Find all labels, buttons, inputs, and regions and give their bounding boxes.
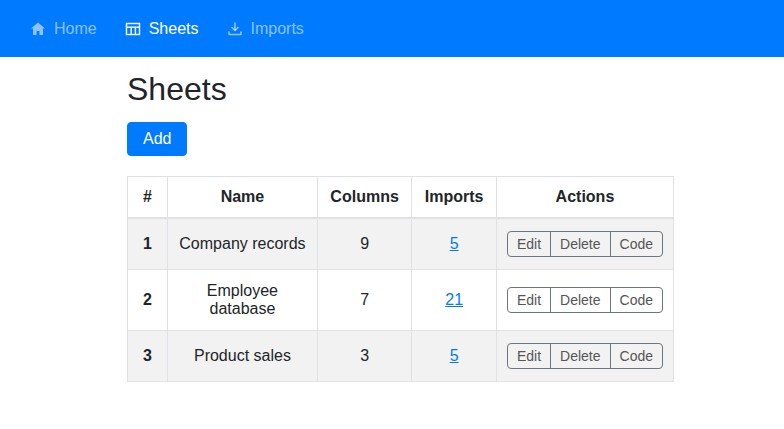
nav-item-label: Sheets — [149, 20, 199, 38]
table-icon — [125, 21, 141, 37]
header-actions: Actions — [496, 177, 673, 219]
row-number: 3 — [128, 331, 168, 382]
sheet-name: Company records — [168, 218, 318, 270]
table-row: 2 Employee database 7 21 Edit Delete Cod… — [128, 270, 674, 331]
download-icon — [227, 21, 243, 37]
header-num: # — [128, 177, 168, 219]
nav-item-label: Home — [54, 20, 97, 38]
action-button-group: Edit Delete Code — [507, 343, 663, 369]
table-row: 3 Product sales 3 5 Edit Delete Code — [128, 331, 674, 382]
home-icon — [30, 21, 46, 37]
delete-button[interactable]: Delete — [550, 287, 610, 313]
header-name: Name — [168, 177, 318, 219]
row-number: 2 — [128, 270, 168, 331]
top-navbar: Home Sheets Imports — [0, 0, 784, 57]
delete-button[interactable]: Delete — [550, 343, 610, 369]
main-content: Sheets Add # Name Columns Imports Action… — [0, 57, 784, 382]
code-button[interactable]: Code — [610, 231, 663, 257]
columns-count: 9 — [317, 218, 412, 270]
columns-count: 7 — [317, 270, 412, 331]
nav-item-label: Imports — [251, 20, 304, 38]
header-columns: Columns — [317, 177, 412, 219]
edit-button[interactable]: Edit — [507, 231, 551, 257]
sheet-name: Employee database — [168, 270, 318, 331]
nav-item-sheets[interactable]: Sheets — [111, 12, 213, 46]
row-number: 1 — [128, 218, 168, 270]
delete-button[interactable]: Delete — [550, 231, 610, 257]
page-title: Sheets — [127, 71, 784, 108]
nav-item-imports[interactable]: Imports — [213, 12, 318, 46]
code-button[interactable]: Code — [610, 287, 663, 313]
table-header-row: # Name Columns Imports Actions — [128, 177, 674, 219]
header-imports: Imports — [412, 177, 497, 219]
edit-button[interactable]: Edit — [507, 343, 551, 369]
sheet-name: Product sales — [168, 331, 318, 382]
imports-count-link[interactable]: 21 — [445, 291, 463, 308]
nav-item-home[interactable]: Home — [16, 12, 111, 46]
sheets-table: # Name Columns Imports Actions 1 Company… — [127, 176, 674, 382]
edit-button[interactable]: Edit — [507, 287, 551, 313]
imports-count-link[interactable]: 5 — [450, 235, 459, 252]
imports-count-link[interactable]: 5 — [450, 347, 459, 364]
code-button[interactable]: Code — [610, 343, 663, 369]
table-row: 1 Company records 9 5 Edit Delete Code — [128, 218, 674, 270]
add-button[interactable]: Add — [127, 122, 187, 156]
action-button-group: Edit Delete Code — [507, 287, 663, 313]
columns-count: 3 — [317, 331, 412, 382]
action-button-group: Edit Delete Code — [507, 231, 663, 257]
